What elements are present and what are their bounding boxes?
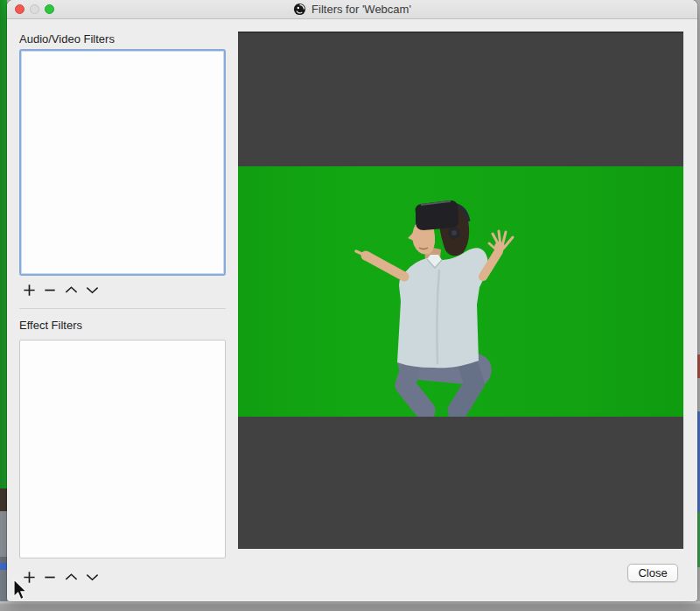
chevron-up-icon bbox=[64, 283, 79, 298]
chevron-down-icon bbox=[85, 283, 100, 298]
chevron-up-icon bbox=[64, 570, 79, 585]
zoom-window-button[interactable] bbox=[45, 4, 54, 14]
panel-divider bbox=[19, 308, 226, 309]
audio-video-filters-list[interactable] bbox=[19, 49, 226, 276]
effect-filters-list[interactable] bbox=[19, 340, 226, 558]
minus-icon bbox=[43, 283, 58, 298]
chevron-down-icon bbox=[85, 570, 100, 585]
move-effect-filter-up-button[interactable] bbox=[63, 569, 79, 585]
remove-filter-button[interactable] bbox=[42, 282, 58, 298]
add-filter-button[interactable] bbox=[21, 282, 37, 298]
minus-icon bbox=[43, 570, 58, 585]
move-filter-down-button[interactable] bbox=[84, 282, 100, 298]
desktop-edge-left bbox=[0, 0, 7, 601]
minimize-window-button-disabled bbox=[30, 4, 39, 14]
effect-filters-label: Effect Filters bbox=[19, 319, 82, 332]
obs-logo-icon bbox=[293, 3, 306, 16]
plus-icon bbox=[22, 283, 37, 298]
green-screen-video bbox=[238, 166, 683, 417]
effect-filters-toolbar bbox=[21, 569, 100, 585]
desktop-edge-bottom bbox=[0, 601, 700, 611]
move-filter-up-button[interactable] bbox=[63, 282, 79, 298]
vr-person-figure bbox=[352, 198, 518, 417]
filter-preview-area bbox=[238, 32, 683, 549]
remove-effect-filter-button[interactable] bbox=[42, 569, 58, 585]
screen: Filters for 'Webcam' Audio/Video Filters… bbox=[0, 0, 700, 611]
audio-video-filters-label: Audio/Video Filters bbox=[19, 32, 115, 46]
titlebar[interactable]: Filters for 'Webcam' bbox=[7, 0, 697, 19]
mouse-cursor-arrow-icon bbox=[13, 579, 28, 601]
audio-video-filters-toolbar bbox=[21, 282, 100, 298]
close-window-button[interactable] bbox=[15, 4, 24, 14]
filters-dialog: Filters for 'Webcam' Audio/Video Filters… bbox=[7, 0, 697, 601]
traffic-lights bbox=[15, 4, 54, 14]
window-title: Filters for 'Webcam' bbox=[312, 3, 411, 16]
close-button[interactable]: Close bbox=[627, 564, 678, 582]
title-group: Filters for 'Webcam' bbox=[293, 3, 411, 16]
move-effect-filter-down-button[interactable] bbox=[84, 569, 100, 585]
